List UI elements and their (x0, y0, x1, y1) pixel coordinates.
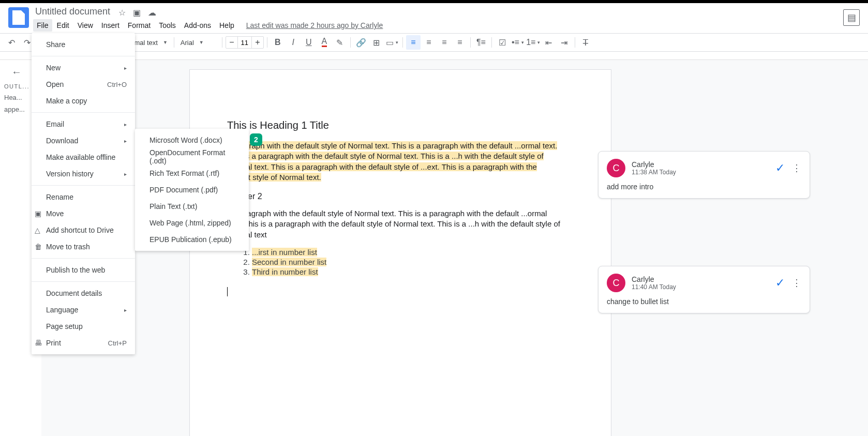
resolve-check-icon[interactable]: ✓ (775, 276, 785, 290)
indent-increase-icon[interactable]: ⇥ (557, 35, 572, 50)
outline-panel: ← OUTL... Hea... appe... (0, 60, 33, 436)
menu-item-new[interactable]: New▸ (32, 59, 135, 76)
download-html[interactable]: Web Page (.html, zipped) (135, 215, 249, 231)
menu-item-add-shortcut[interactable]: △Add shortcut to Drive (32, 222, 135, 238)
download-odt[interactable]: OpenDocument Format (.odt) (135, 148, 249, 165)
move-folder-icon[interactable]: ▣ (133, 8, 141, 18)
resolve-check-icon[interactable]: ✓ (775, 161, 785, 175)
cloud-status-icon[interactable]: ☁ (148, 8, 156, 18)
outline-back-icon[interactable]: ← (11, 66, 29, 78)
menu-item-offline[interactable]: Make available offline (32, 149, 135, 166)
download-txt[interactable]: Plain Text (.txt) (135, 198, 249, 215)
text-cursor (227, 287, 228, 296)
menu-item-email[interactable]: Email▸ (32, 116, 135, 132)
numbered-list-icon[interactable]: 1≡▾ (526, 35, 541, 50)
last-edit-link[interactable]: Last edit was made 2 hours ago by Carlyl… (246, 21, 383, 29)
app-header: Untitled document ☆ ▣ ☁ File Edit View I… (0, 3, 868, 33)
comment-icon[interactable]: ⊞ (369, 35, 384, 50)
more-vert-icon[interactable]: ⋮ (792, 277, 801, 289)
menu-item-make-copy[interactable]: Make a copy (32, 93, 135, 109)
align-left-icon[interactable]: ≡ (406, 35, 421, 50)
paragraph-2[interactable]: ... paragraph with the default style of … (227, 208, 561, 240)
folder-icon: ▣ (35, 209, 41, 218)
comment-card[interactable]: C Carlyle 11:40 AM Today ✓ ⋮ change to b… (598, 266, 810, 313)
menu-item-details[interactable]: Document details (32, 285, 135, 302)
outline-item[interactable]: appe... (4, 106, 29, 113)
align-center-icon[interactable]: ≡ (422, 35, 436, 50)
star-icon[interactable]: ☆ (118, 8, 126, 18)
file-menu-dropdown: Share New▸ OpenCtrl+O Make a copy Email▸… (32, 33, 135, 354)
checklist-icon[interactable]: ☑ (495, 35, 510, 50)
clear-format-icon[interactable]: T̶ (578, 35, 593, 50)
highlight-icon[interactable]: ✎ (333, 35, 347, 50)
list-item[interactable]: Third in number list (252, 267, 318, 276)
comment-time: 11:38 AM Today (632, 169, 676, 176)
comment-author: Carlyle (632, 160, 676, 169)
image-icon[interactable]: ▭▾ (385, 35, 399, 50)
download-docx[interactable]: Microsoft Word (.docx) (135, 132, 249, 148)
text-color-icon[interactable]: A (317, 35, 332, 50)
bullet-list-icon[interactable]: •≡▾ (511, 35, 525, 50)
drive-shortcut-icon: △ (35, 226, 40, 234)
avatar: C (607, 274, 625, 292)
font-size-input[interactable] (237, 37, 252, 48)
undo-icon[interactable]: ↶ (4, 35, 19, 50)
menu-item-page-setup[interactable]: Page setup (32, 318, 135, 335)
font-size-stepper[interactable]: − + (226, 36, 264, 49)
download-epub[interactable]: EPUB Publication (.epub) (135, 231, 249, 248)
more-vert-icon[interactable]: ⋮ (792, 162, 801, 174)
menu-file[interactable]: File (33, 19, 52, 32)
trash-icon: 🗑 (35, 243, 42, 251)
comment-history-icon[interactable]: ▤ (843, 9, 860, 26)
menu-tools[interactable]: Tools (155, 19, 179, 32)
document-page[interactable]: This is Heading 1 Title ...aragraph with… (189, 69, 611, 436)
comment-card[interactable]: C Carlyle 11:38 AM Today ✓ ⋮ add more in… (598, 151, 810, 199)
doc-title[interactable]: Untitled document (33, 5, 112, 18)
menu-edit[interactable]: Edit (53, 19, 73, 32)
font-size-plus[interactable]: + (252, 38, 263, 47)
line-spacing-icon[interactable]: ¶≡ (474, 35, 488, 50)
download-submenu: Microsoft Word (.docx) OpenDocument Form… (135, 129, 249, 251)
menu-item-publish[interactable]: Publish to the web (32, 262, 135, 278)
download-rtf[interactable]: Rich Text Format (.rtf) (135, 165, 249, 182)
outline-heading[interactable]: Hea... (4, 94, 29, 101)
avatar: C (607, 159, 625, 177)
annotation-badge-2: 2 (250, 133, 262, 146)
menu-item-open[interactable]: OpenCtrl+O (32, 76, 135, 93)
align-right-icon[interactable]: ≡ (437, 35, 452, 50)
menu-addons[interactable]: Add-ons (181, 19, 215, 32)
font-select[interactable]: Arial▼ (177, 36, 219, 49)
menu-insert[interactable]: Insert (98, 19, 123, 32)
menu-item-rename[interactable]: Rename (32, 189, 135, 205)
menu-item-download[interactable]: Download▸ (32, 132, 135, 149)
link-icon[interactable]: 🔗 (354, 35, 368, 50)
menu-item-move-trash[interactable]: 🗑Move to trash (32, 238, 135, 255)
print-icon: 🖶 (35, 339, 42, 347)
menu-item-share[interactable]: Share (32, 36, 135, 53)
heading-1[interactable]: This is Heading 1 Title (227, 119, 561, 131)
menu-item-print[interactable]: 🖶PrintCtrl+P (32, 335, 135, 351)
comment-text: change to bullet list (607, 297, 801, 306)
comment-text: add more intro (607, 183, 801, 191)
bold-icon[interactable]: B (271, 35, 285, 50)
download-pdf[interactable]: PDF Document (.pdf) (135, 182, 249, 198)
font-size-minus[interactable]: − (226, 38, 237, 47)
menu-item-version-history[interactable]: Version history▸ (32, 166, 135, 182)
menu-view[interactable]: View (74, 19, 97, 32)
indent-decrease-icon[interactable]: ⇤ (542, 35, 556, 50)
menu-format[interactable]: Format (124, 19, 154, 32)
list-item[interactable]: ...irst in number list (252, 248, 317, 257)
outline-label: OUTL... (4, 83, 29, 89)
comment-time: 11:40 AM Today (632, 283, 676, 291)
underline-icon[interactable]: U (302, 35, 316, 50)
italic-icon[interactable]: I (286, 35, 301, 50)
menubar: File Edit View Insert Format Tools Add-o… (33, 19, 843, 32)
menu-item-move[interactable]: ▣Move (32, 205, 135, 222)
list-item[interactable]: Second in number list (252, 258, 326, 266)
menu-help[interactable]: Help (216, 19, 238, 32)
paragraph-highlighted[interactable]: ...aragraph with the default style of No… (227, 141, 557, 182)
align-justify-icon[interactable]: ≡ (453, 35, 467, 50)
docs-logo[interactable] (8, 7, 29, 28)
heading-2[interactable]: ...eader 2 (227, 192, 561, 201)
menu-item-language[interactable]: Language▸ (32, 302, 135, 318)
